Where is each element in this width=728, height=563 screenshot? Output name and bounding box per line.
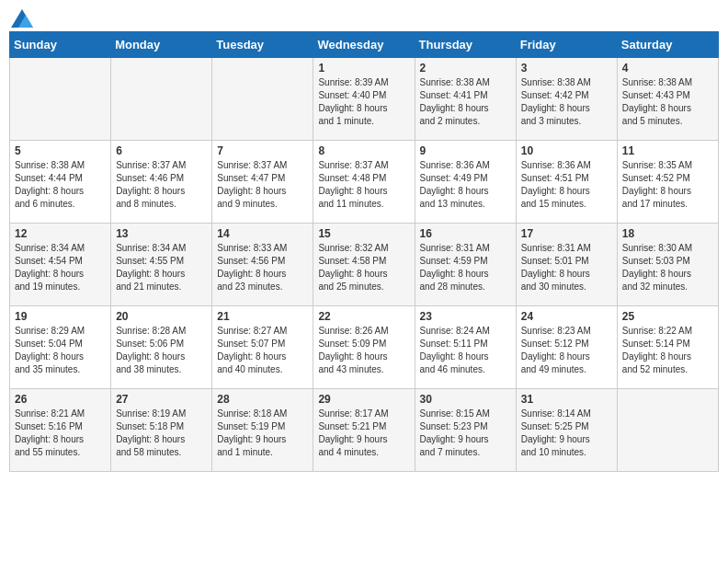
day-number: 9 — [420, 144, 511, 157]
calendar-cell: 1Sunrise: 8:39 AM Sunset: 4:40 PM Daylig… — [313, 58, 415, 141]
day-info: Sunrise: 8:30 AM Sunset: 5:03 PM Dayligh… — [622, 242, 713, 293]
calendar-cell: 16Sunrise: 8:31 AM Sunset: 4:59 PM Dayli… — [415, 224, 516, 306]
day-number: 14 — [217, 227, 308, 240]
day-number: 11 — [622, 144, 713, 157]
day-number: 15 — [318, 227, 409, 240]
day-info: Sunrise: 8:33 AM Sunset: 4:56 PM Dayligh… — [217, 242, 308, 293]
calendar-cell: 15Sunrise: 8:32 AM Sunset: 4:58 PM Dayli… — [313, 224, 415, 306]
calendar-cell: 18Sunrise: 8:30 AM Sunset: 5:03 PM Dayli… — [617, 224, 718, 306]
day-info: Sunrise: 8:27 AM Sunset: 5:07 PM Dayligh… — [217, 325, 308, 376]
calendar-cell — [617, 389, 718, 472]
calendar-week-row: 26Sunrise: 8:21 AM Sunset: 5:16 PM Dayli… — [10, 389, 719, 472]
calendar-cell: 30Sunrise: 8:15 AM Sunset: 5:23 PM Dayli… — [415, 389, 516, 472]
calendar-cell: 9Sunrise: 8:36 AM Sunset: 4:49 PM Daylig… — [415, 141, 516, 224]
calendar-cell — [111, 58, 212, 141]
day-number: 2 — [420, 62, 511, 75]
day-number: 12 — [15, 227, 106, 240]
day-info: Sunrise: 8:32 AM Sunset: 4:58 PM Dayligh… — [318, 242, 409, 293]
calendar-cell: 21Sunrise: 8:27 AM Sunset: 5:07 PM Dayli… — [212, 306, 313, 389]
calendar-cell: 24Sunrise: 8:23 AM Sunset: 5:12 PM Dayli… — [516, 306, 617, 389]
calendar-cell: 10Sunrise: 8:36 AM Sunset: 4:51 PM Dayli… — [516, 141, 617, 224]
day-info: Sunrise: 8:22 AM Sunset: 5:14 PM Dayligh… — [622, 325, 713, 376]
day-info: Sunrise: 8:36 AM Sunset: 4:49 PM Dayligh… — [420, 159, 511, 211]
calendar-week-row: 5Sunrise: 8:38 AM Sunset: 4:44 PM Daylig… — [10, 141, 719, 224]
day-header-sunday: Sunday — [10, 32, 111, 58]
day-header-wednesday: Wednesday — [313, 32, 415, 58]
day-info: Sunrise: 8:18 AM Sunset: 5:19 PM Dayligh… — [217, 408, 308, 459]
calendar-cell: 23Sunrise: 8:24 AM Sunset: 5:11 PM Dayli… — [415, 306, 516, 389]
day-number: 18 — [622, 227, 713, 240]
calendar-week-row: 19Sunrise: 8:29 AM Sunset: 5:04 PM Dayli… — [10, 306, 719, 389]
day-info: Sunrise: 8:24 AM Sunset: 5:11 PM Dayligh… — [420, 325, 511, 376]
day-info: Sunrise: 8:34 AM Sunset: 4:55 PM Dayligh… — [116, 242, 207, 293]
day-number: 16 — [420, 227, 511, 240]
calendar-cell — [212, 58, 313, 141]
day-number: 3 — [521, 62, 612, 75]
day-info: Sunrise: 8:26 AM Sunset: 5:09 PM Dayligh… — [318, 325, 409, 376]
day-number: 5 — [15, 144, 106, 157]
day-number: 22 — [318, 310, 409, 323]
day-number: 4 — [622, 62, 713, 75]
day-number: 1 — [318, 62, 409, 75]
day-info: Sunrise: 8:15 AM Sunset: 5:23 PM Dayligh… — [420, 408, 511, 459]
day-header-friday: Friday — [516, 32, 617, 58]
day-header-monday: Monday — [111, 32, 212, 58]
day-number: 31 — [521, 393, 612, 406]
day-header-tuesday: Tuesday — [212, 32, 313, 58]
day-info: Sunrise: 8:23 AM Sunset: 5:12 PM Dayligh… — [521, 325, 612, 376]
day-info: Sunrise: 8:37 AM Sunset: 4:47 PM Dayligh… — [217, 159, 308, 211]
calendar-table: SundayMondayTuesdayWednesdayThursdayFrid… — [9, 31, 719, 472]
day-number: 26 — [15, 393, 106, 406]
day-number: 17 — [521, 227, 612, 240]
day-info: Sunrise: 8:37 AM Sunset: 4:46 PM Dayligh… — [116, 159, 207, 211]
calendar-cell: 28Sunrise: 8:18 AM Sunset: 5:19 PM Dayli… — [212, 389, 313, 472]
day-number: 24 — [521, 310, 612, 323]
day-number: 20 — [116, 310, 207, 323]
calendar-cell: 22Sunrise: 8:26 AM Sunset: 5:09 PM Dayli… — [313, 306, 415, 389]
day-number: 27 — [116, 393, 207, 406]
calendar-cell: 12Sunrise: 8:34 AM Sunset: 4:54 PM Dayli… — [10, 224, 111, 306]
calendar-cell: 29Sunrise: 8:17 AM Sunset: 5:21 PM Dayli… — [313, 389, 415, 472]
day-info: Sunrise: 8:19 AM Sunset: 5:18 PM Dayligh… — [116, 408, 207, 459]
day-info: Sunrise: 8:14 AM Sunset: 5:25 PM Dayligh… — [521, 408, 612, 459]
day-info: Sunrise: 8:31 AM Sunset: 5:01 PM Dayligh… — [521, 242, 612, 293]
page-header — [9, 9, 719, 28]
calendar-cell: 6Sunrise: 8:37 AM Sunset: 4:46 PM Daylig… — [111, 141, 212, 224]
day-number: 23 — [420, 310, 511, 323]
day-info: Sunrise: 8:38 AM Sunset: 4:44 PM Dayligh… — [15, 159, 106, 211]
day-number: 25 — [622, 310, 713, 323]
calendar-cell: 26Sunrise: 8:21 AM Sunset: 5:16 PM Dayli… — [10, 389, 111, 472]
calendar-cell: 5Sunrise: 8:38 AM Sunset: 4:44 PM Daylig… — [10, 141, 111, 224]
calendar-cell — [10, 58, 111, 141]
day-info: Sunrise: 8:39 AM Sunset: 4:40 PM Dayligh… — [318, 76, 409, 128]
day-info: Sunrise: 8:38 AM Sunset: 4:43 PM Dayligh… — [622, 76, 713, 128]
day-number: 13 — [116, 227, 207, 240]
day-info: Sunrise: 8:35 AM Sunset: 4:52 PM Dayligh… — [622, 159, 713, 211]
calendar-cell: 2Sunrise: 8:38 AM Sunset: 4:41 PM Daylig… — [415, 58, 516, 141]
calendar-cell: 8Sunrise: 8:37 AM Sunset: 4:48 PM Daylig… — [313, 141, 415, 224]
calendar-cell: 25Sunrise: 8:22 AM Sunset: 5:14 PM Dayli… — [617, 306, 718, 389]
day-info: Sunrise: 8:38 AM Sunset: 4:42 PM Dayligh… — [521, 76, 612, 128]
day-number: 21 — [217, 310, 308, 323]
day-info: Sunrise: 8:29 AM Sunset: 5:04 PM Dayligh… — [15, 325, 106, 376]
day-number: 28 — [217, 393, 308, 406]
logo — [9, 9, 35, 28]
day-header-thursday: Thursday — [415, 32, 516, 58]
day-info: Sunrise: 8:34 AM Sunset: 4:54 PM Dayligh… — [15, 242, 106, 293]
calendar-cell: 27Sunrise: 8:19 AM Sunset: 5:18 PM Dayli… — [111, 389, 212, 472]
logo-icon — [11, 9, 33, 28]
day-info: Sunrise: 8:17 AM Sunset: 5:21 PM Dayligh… — [318, 408, 409, 459]
day-info: Sunrise: 8:38 AM Sunset: 4:41 PM Dayligh… — [420, 76, 511, 128]
calendar-cell: 14Sunrise: 8:33 AM Sunset: 4:56 PM Dayli… — [212, 224, 313, 306]
calendar-header-row: SundayMondayTuesdayWednesdayThursdayFrid… — [10, 32, 719, 58]
day-number: 19 — [15, 310, 106, 323]
day-number: 30 — [420, 393, 511, 406]
calendar-cell: 19Sunrise: 8:29 AM Sunset: 5:04 PM Dayli… — [10, 306, 111, 389]
calendar-cell: 20Sunrise: 8:28 AM Sunset: 5:06 PM Dayli… — [111, 306, 212, 389]
day-number: 29 — [318, 393, 409, 406]
calendar-cell: 31Sunrise: 8:14 AM Sunset: 5:25 PM Dayli… — [516, 389, 617, 472]
day-info: Sunrise: 8:21 AM Sunset: 5:16 PM Dayligh… — [15, 408, 106, 459]
calendar-week-row: 12Sunrise: 8:34 AM Sunset: 4:54 PM Dayli… — [10, 224, 719, 306]
calendar-cell: 3Sunrise: 8:38 AM Sunset: 4:42 PM Daylig… — [516, 58, 617, 141]
day-number: 10 — [521, 144, 612, 157]
